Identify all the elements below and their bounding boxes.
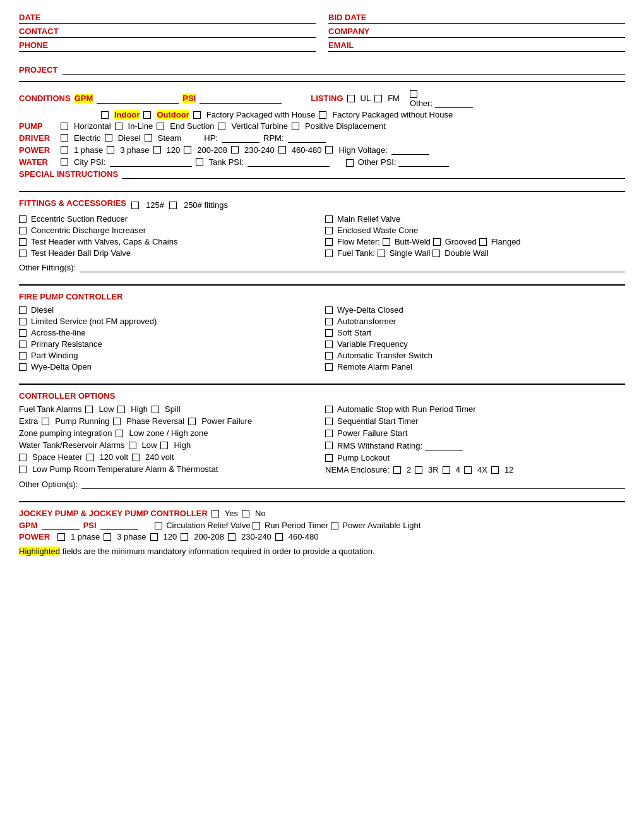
jockey-200-checkbox[interactable] — [181, 533, 188, 541]
power-120-checkbox[interactable] — [153, 146, 161, 154]
fpc-diesel-checkbox[interactable] — [19, 306, 27, 314]
power-high-voltage-checkbox[interactable] — [325, 146, 333, 154]
listing-other-checkbox[interactable] — [410, 90, 417, 98]
high-voltage-field[interactable] — [391, 145, 429, 155]
jockey-120-checkbox[interactable] — [150, 533, 158, 541]
indoor-checkbox[interactable] — [101, 111, 109, 119]
pump-running-checkbox[interactable] — [42, 418, 49, 425]
power-failure-start-checkbox[interactable] — [325, 430, 333, 437]
factory-with-house-checkbox[interactable] — [193, 111, 201, 119]
fpc-part-winding-checkbox[interactable] — [19, 352, 27, 360]
single-wall-checkbox[interactable] — [378, 250, 385, 257]
rms-withstand-field[interactable] — [425, 440, 463, 450]
flow-butt-weld-checkbox[interactable] — [383, 238, 390, 246]
outdoor-checkbox[interactable] — [143, 111, 151, 119]
jockey-run-period-checkbox[interactable] — [253, 522, 260, 529]
jockey-power-avail-checkbox[interactable] — [331, 522, 338, 529]
pump-vertical-turbine-checkbox[interactable] — [218, 123, 225, 130]
water-other-checkbox[interactable] — [346, 159, 354, 167]
city-psi-field[interactable] — [110, 157, 192, 167]
ft-low-checkbox[interactable] — [85, 406, 93, 413]
jockey-gpm-field[interactable] — [42, 520, 80, 530]
listing-fm-checkbox[interactable] — [374, 95, 382, 102]
sequential-start-checkbox[interactable] — [325, 418, 333, 425]
jockey-phase1-checkbox[interactable] — [57, 533, 65, 541]
main-relief-checkbox[interactable] — [325, 215, 333, 223]
nema-12-checkbox[interactable] — [491, 466, 499, 474]
sh-240v-checkbox[interactable] — [132, 454, 140, 461]
listing-ul-checkbox[interactable] — [347, 95, 355, 102]
enclosed-waste-checkbox[interactable] — [325, 227, 333, 234]
fpc-limited-service-checkbox[interactable] — [19, 318, 27, 325]
power-200-checkbox[interactable] — [184, 146, 191, 154]
fuel-tank-checkbox[interactable] — [325, 250, 333, 257]
fpc-across-checkbox[interactable] — [19, 329, 27, 337]
driver-electric-checkbox[interactable] — [61, 134, 68, 142]
water-tank-checkbox[interactable] — [196, 158, 203, 166]
flow-meter-checkbox[interactable] — [325, 238, 333, 246]
eccentric-checkbox[interactable] — [19, 215, 27, 223]
nema-3r-checkbox[interactable] — [415, 466, 422, 474]
flow-grooved-checkbox[interactable] — [433, 238, 441, 246]
pump-horizontal-checkbox[interactable] — [61, 123, 68, 130]
power-phase3-checkbox[interactable] — [107, 146, 114, 154]
power-failure-cb[interactable] — [188, 418, 196, 425]
test-header-ball-checkbox[interactable] — [19, 250, 27, 257]
water-city-checkbox[interactable] — [61, 158, 68, 166]
test-header-valves-checkbox[interactable] — [19, 238, 27, 246]
other-psi-field[interactable] — [398, 157, 449, 167]
flow-flanged-checkbox[interactable] — [479, 238, 487, 246]
jockey-230-checkbox[interactable] — [228, 533, 236, 541]
low-zone-checkbox[interactable] — [116, 430, 123, 437]
ft-spill-checkbox[interactable] — [152, 406, 159, 413]
pump-end-suction-checkbox[interactable] — [157, 123, 164, 130]
fpc-soft-start-checkbox[interactable] — [325, 329, 333, 337]
other-fittings-field[interactable] — [80, 262, 625, 272]
auto-stop-checkbox[interactable] — [325, 406, 333, 413]
fitting-125-checkbox[interactable] — [131, 202, 139, 209]
jockey-no-checkbox[interactable] — [242, 510, 249, 517]
fpc-remote-alarm-checkbox[interactable] — [325, 363, 333, 371]
concentric-checkbox[interactable] — [19, 227, 27, 234]
wt-low-checkbox[interactable] — [129, 442, 136, 449]
fpc-variable-freq-checkbox[interactable] — [325, 341, 333, 348]
gpm-field[interactable] — [97, 94, 179, 104]
other-options-field[interactable] — [81, 479, 625, 489]
fpc-autotransformer-checkbox[interactable] — [325, 318, 333, 325]
pump-positive-displacement-checkbox[interactable] — [292, 123, 299, 130]
ft-high-checkbox[interactable] — [117, 406, 125, 413]
phase-reversal-checkbox[interactable] — [113, 418, 121, 425]
low-pump-room-checkbox[interactable] — [19, 466, 27, 473]
listing-other-field[interactable] — [435, 98, 473, 108]
tank-psi-field[interactable] — [247, 157, 330, 167]
project-field[interactable] — [63, 64, 625, 75]
fitting-250-checkbox[interactable] — [169, 202, 177, 209]
jockey-yes-checkbox[interactable] — [212, 510, 219, 517]
fpc-primary-checkbox[interactable] — [19, 341, 27, 348]
factory-without-house-checkbox[interactable] — [319, 111, 326, 119]
wt-high-checkbox[interactable] — [160, 442, 168, 449]
power-460-checkbox[interactable] — [278, 146, 286, 154]
driver-steam-checkbox[interactable] — [145, 134, 152, 142]
rms-withstand-checkbox[interactable] — [325, 442, 333, 449]
jockey-psi-field[interactable] — [100, 520, 138, 530]
special-instructions-field[interactable] — [122, 169, 625, 179]
fpc-auto-transfer-checkbox[interactable] — [325, 352, 333, 360]
pump-lockout-checkbox[interactable] — [325, 454, 333, 462]
power-230-checkbox[interactable] — [231, 146, 239, 154]
nema-4-checkbox[interactable] — [443, 466, 450, 474]
jockey-460-checkbox[interactable] — [275, 533, 283, 541]
jockey-circ-checkbox[interactable] — [155, 522, 162, 529]
sh-120v-checkbox[interactable] — [86, 454, 94, 461]
space-heater-checkbox[interactable] — [19, 454, 27, 461]
hp-field[interactable] — [222, 133, 259, 143]
fpc-wye-closed-checkbox[interactable] — [325, 306, 333, 314]
nema-4x-checkbox[interactable] — [464, 466, 472, 474]
rpm-field[interactable] — [288, 133, 326, 143]
nema-2-checkbox[interactable] — [393, 466, 401, 474]
power-phase1-checkbox[interactable] — [61, 146, 68, 154]
double-wall-checkbox[interactable] — [432, 250, 440, 257]
psi-field[interactable] — [200, 94, 282, 104]
jockey-phase3-checkbox[interactable] — [104, 533, 111, 541]
pump-inline-checkbox[interactable] — [115, 123, 122, 130]
